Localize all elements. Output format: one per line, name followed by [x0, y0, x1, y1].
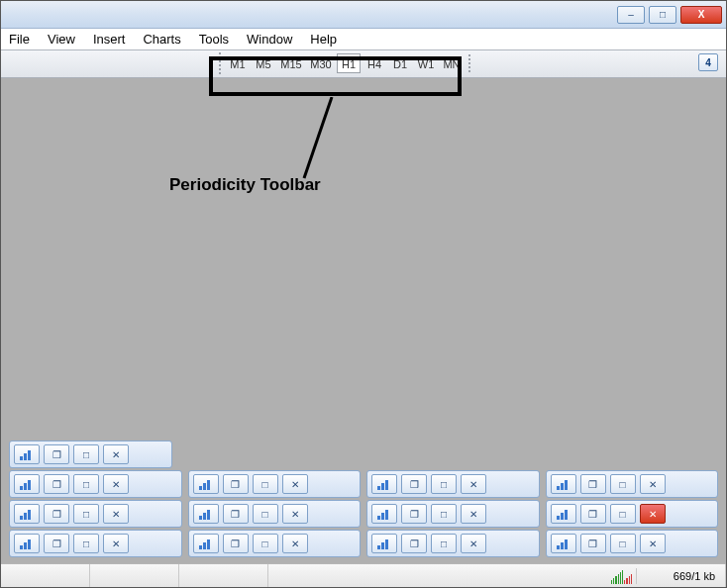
svg-rect-17 [28, 510, 31, 520]
period-w1[interactable]: W1 [414, 53, 438, 73]
svg-rect-23 [385, 510, 388, 520]
restore-icon[interactable]: □ [431, 504, 457, 524]
restore-icon[interactable]: □ [253, 534, 278, 553]
restore-icon[interactable]: □ [253, 504, 278, 524]
chart-icon [551, 504, 576, 524]
restore-icon[interactable]: □ [73, 534, 99, 553]
period-h1[interactable]: H1 [337, 53, 361, 73]
menu-window[interactable]: Window [247, 32, 292, 47]
period-m1[interactable]: M1 [226, 53, 250, 73]
restore-icon[interactable]: □ [431, 474, 457, 494]
svg-rect-31 [203, 542, 206, 549]
svg-rect-25 [561, 513, 564, 520]
cascade-icon[interactable]: ❐ [580, 504, 606, 524]
svg-rect-30 [199, 545, 202, 549]
status-cell [179, 564, 268, 587]
period-m5[interactable]: M5 [252, 53, 275, 73]
toolbar-grip[interactable] [468, 54, 472, 72]
minimized-chart-window[interactable]: ❐ □ ✕ [9, 441, 172, 468]
titlebar: – □ X [1, 1, 726, 29]
svg-rect-20 [207, 510, 210, 520]
minimized-chart-window[interactable]: ❐ □ ✕ [546, 470, 719, 498]
restore-icon[interactable]: □ [73, 504, 99, 524]
status-spacer [268, 564, 607, 587]
svg-rect-35 [385, 539, 388, 549]
period-h4[interactable]: H4 [363, 53, 386, 73]
minimized-chart-window[interactable]: ❐ □ ✕ [366, 500, 540, 528]
svg-rect-22 [381, 513, 384, 520]
close-icon[interactable]: ✕ [103, 534, 129, 553]
menu-help[interactable]: Help [310, 32, 337, 47]
close-icon[interactable]: ✕ [461, 504, 486, 524]
svg-rect-14 [565, 480, 568, 490]
cascade-icon[interactable]: ❐ [580, 474, 606, 494]
restore-icon[interactable]: □ [431, 534, 457, 553]
close-icon[interactable]: ✕ [282, 534, 308, 553]
menu-insert[interactable]: Insert [93, 32, 126, 47]
svg-rect-5 [28, 480, 31, 490]
close-icon[interactable]: ✕ [461, 474, 486, 494]
cascade-icon[interactable]: ❐ [223, 504, 249, 524]
close-icon[interactable]: ✕ [103, 444, 129, 464]
period-m30[interactable]: M30 [307, 53, 335, 73]
close-icon[interactable]: ✕ [640, 504, 666, 524]
menubar: File View Insert Charts Tools Window Hel… [1, 29, 726, 50]
minimized-chart-window[interactable]: ❐ □ ✕ [188, 530, 362, 557]
close-button[interactable]: X [680, 6, 722, 24]
svg-rect-27 [20, 545, 23, 549]
cascade-icon[interactable]: ❐ [223, 534, 249, 553]
menu-charts[interactable]: Charts [143, 32, 180, 47]
svg-rect-13 [561, 483, 564, 490]
close-icon[interactable]: ✕ [103, 504, 129, 524]
svg-rect-7 [203, 483, 206, 490]
windows-count-badge[interactable]: 4 [698, 53, 718, 71]
cascade-icon[interactable]: ❐ [44, 534, 69, 553]
minimized-chart-window[interactable]: ❐ □ ✕ [188, 500, 362, 528]
close-icon[interactable]: ✕ [103, 474, 129, 494]
svg-rect-3 [20, 486, 23, 490]
close-icon[interactable]: ✕ [282, 504, 308, 524]
cascade-icon[interactable]: ❐ [580, 534, 606, 553]
menu-view[interactable]: View [48, 32, 75, 47]
cascade-icon[interactable]: ❐ [223, 474, 249, 494]
menu-tools[interactable]: Tools [199, 32, 229, 47]
svg-rect-19 [203, 513, 206, 520]
minimized-chart-window[interactable]: ❐ □ ✕ [9, 530, 182, 557]
restore-icon[interactable]: □ [610, 474, 636, 494]
periodicity-toolbar: M1 M5 M15 M30 H1 H4 D1 W1 MN [219, 52, 472, 74]
cascade-icon[interactable]: ❐ [44, 474, 69, 494]
svg-rect-18 [199, 516, 202, 520]
cascade-icon[interactable]: ❐ [401, 534, 427, 553]
chart-icon [371, 504, 397, 524]
period-mn[interactable]: MN [440, 53, 464, 73]
menu-file[interactable]: File [9, 32, 30, 47]
cascade-icon[interactable]: ❐ [44, 504, 69, 524]
minimized-chart-window[interactable]: ❐ □ ✕ [366, 470, 540, 498]
period-d1[interactable]: D1 [388, 53, 412, 73]
restore-icon[interactable]: □ [253, 474, 278, 494]
close-icon[interactable]: ✕ [640, 534, 666, 553]
application-window: – □ X File View Insert Charts Tools Wind… [0, 0, 727, 588]
close-icon[interactable]: ✕ [282, 474, 308, 494]
close-icon[interactable]: ✕ [640, 474, 666, 494]
period-m15[interactable]: M15 [277, 53, 305, 73]
maximize-button[interactable]: □ [649, 6, 676, 24]
minimized-chart-window-active[interactable]: ❐ □ ✕ [546, 500, 719, 528]
restore-icon[interactable]: □ [73, 474, 99, 494]
annotation-label: Periodicity Toolbar [169, 175, 321, 195]
restore-icon[interactable]: □ [73, 444, 99, 464]
minimized-chart-window[interactable]: ❐ □ ✕ [188, 470, 362, 498]
minimized-chart-window[interactable]: ❐ □ ✕ [366, 530, 540, 557]
minimize-button[interactable]: – [617, 6, 645, 24]
cascade-icon[interactable]: ❐ [44, 444, 69, 464]
svg-rect-6 [199, 486, 202, 490]
minimized-chart-window[interactable]: ❐ □ ✕ [9, 470, 182, 498]
restore-icon[interactable]: □ [610, 504, 636, 524]
cascade-icon[interactable]: ❐ [401, 504, 427, 524]
minimized-chart-window[interactable]: ❐ □ ✕ [546, 530, 719, 557]
cascade-icon[interactable]: ❐ [401, 474, 427, 494]
restore-icon[interactable]: □ [610, 534, 636, 553]
minimized-chart-window[interactable]: ❐ □ ✕ [9, 500, 182, 528]
svg-rect-8 [207, 480, 210, 490]
close-icon[interactable]: ✕ [461, 534, 486, 553]
